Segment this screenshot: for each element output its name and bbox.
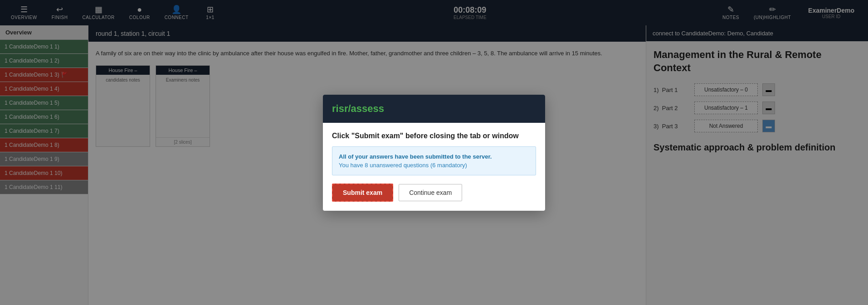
modal-info-box: All of your answers have been submitted … [332, 146, 536, 175]
logo-prefix: risr/ [332, 103, 351, 114]
modal-title: Click "Submit exam" before closing the t… [332, 132, 536, 140]
submit-exam-button[interactable]: Submit exam [332, 184, 393, 202]
modal-header: risr/assess [323, 95, 545, 123]
logo-suffix: assess [351, 103, 384, 114]
modal-info-line2: You have 8 unanswered questions (6 manda… [339, 162, 529, 169]
modal-actions: Submit exam Continue exam [332, 184, 536, 202]
modal-logo: risr/assess [332, 103, 384, 114]
modal-overlay[interactable]: risr/assess Click "Submit exam" before c… [0, 0, 868, 305]
continue-exam-button[interactable]: Continue exam [399, 184, 462, 201]
modal-body: Click "Submit exam" before closing the t… [323, 123, 545, 211]
modal-info-line1: All of your answers have been submitted … [339, 153, 529, 160]
modal-dialog: risr/assess Click "Submit exam" before c… [323, 95, 545, 211]
